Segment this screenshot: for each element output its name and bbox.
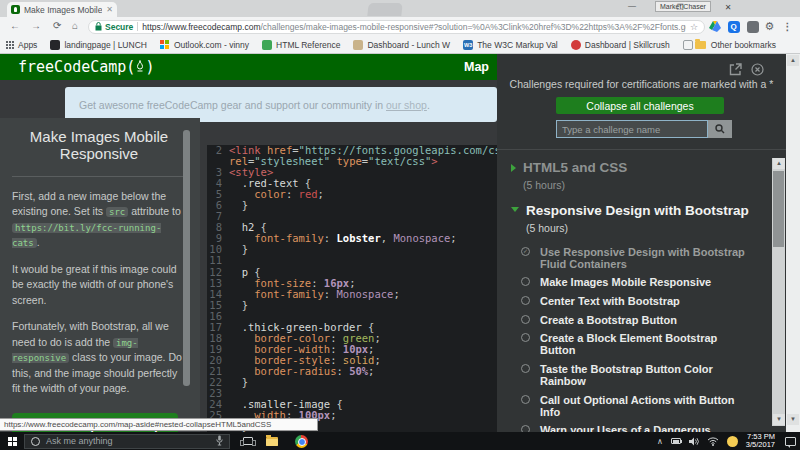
bookmark-label: The W3C Markup Val xyxy=(477,40,558,50)
w3c-badge-icon xyxy=(463,40,473,50)
code-text xyxy=(229,388,497,399)
challenge-section-header[interactable]: HTML5 and CSS(5 hours) xyxy=(511,160,786,191)
bookmark-label: HTML Reference xyxy=(276,40,340,50)
code-line[interactable]: 12 p { xyxy=(207,267,497,278)
bookmark-item[interactable]: Apps xyxy=(6,40,37,50)
code-line[interactable]: 15 } xyxy=(207,300,497,311)
incomplete-circle-icon xyxy=(521,296,530,305)
open-in-new-window-icon[interactable] xyxy=(729,62,742,80)
bookmark-star-icon[interactable]: ☆ xyxy=(690,22,698,32)
new-tab-button[interactable] xyxy=(367,3,402,16)
incomplete-circle-icon xyxy=(521,277,530,286)
challenge-item[interactable]: Create a Block Element Bootstrap Button xyxy=(521,332,786,356)
file-explorer-button[interactable] xyxy=(266,432,278,450)
challenge-section-header[interactable]: Responsive Design with Bootstrap(5 hours… xyxy=(511,203,786,234)
speaker-icon[interactable] xyxy=(689,432,699,450)
battery-icon[interactable] xyxy=(671,438,681,444)
bookmark-item[interactable]: Dashboard | Skillcrush xyxy=(571,40,670,50)
back-icon[interactable]: ← xyxy=(10,20,20,31)
fcc-logo[interactable]: freeCodeCamp( ) xyxy=(18,58,154,76)
collapse-all-button[interactable]: Collapse all challenges xyxy=(556,97,724,114)
chrome-taskbar-button[interactable] xyxy=(291,432,311,450)
window-close-button[interactable]: ✕ xyxy=(720,3,736,12)
cortana-search-box[interactable]: Ask me anything xyxy=(24,434,230,449)
challenge-search-input[interactable] xyxy=(556,120,708,138)
browser-toolbar: ← → ⟳ ⌂ Secure https://www.freecodecamp.… xyxy=(0,17,800,36)
challenge-list-scrollbar[interactable]: ▲ ▼ xyxy=(772,158,785,426)
bookmark-item[interactable]: Dashboard - Lunch W xyxy=(353,40,450,50)
bookmark-item[interactable]: Download Book Sum xyxy=(683,40,695,50)
bookmark-item[interactable]: Outlook.com - vinny xyxy=(160,40,249,50)
instructions-scrollbar[interactable] xyxy=(183,130,190,386)
map-nav-button[interactable]: Map xyxy=(464,60,489,74)
challenge-item[interactable]: Call out Optional Actions with Button In… xyxy=(521,394,786,418)
evernote-extension-icon[interactable] xyxy=(745,19,760,34)
code-line[interactable]: 22 } xyxy=(207,377,497,388)
action-center-icon[interactable] xyxy=(785,437,796,446)
tray-expand-icon[interactable]: ∧ xyxy=(657,437,663,446)
challenge-item[interactable]: ✓Use Responsive Design with Bootstrap Fl… xyxy=(521,246,786,270)
code-line[interactable]: 10 } xyxy=(207,244,497,255)
scrollbar-thumb[interactable] xyxy=(773,171,784,247)
home-icon[interactable]: ⌂ xyxy=(72,20,78,31)
code-line[interactable]: rel="stylesheet" type="text/css"> xyxy=(207,156,497,167)
challenge-item[interactable]: Taste the Bootstrap Button Color Rainbow xyxy=(521,363,786,387)
forward-icon[interactable]: → xyxy=(31,20,41,31)
code-line[interactable]: 18 border-color: green; xyxy=(207,333,497,344)
code-line[interactable]: 6 } xyxy=(207,200,497,211)
instructions-paragraph-2: It would be great if this image could be… xyxy=(12,262,186,309)
browser-menu-icon[interactable]: ⋮ xyxy=(780,19,795,34)
code-line[interactable]: 23 xyxy=(207,388,497,399)
google-drive-extension-icon[interactable] xyxy=(707,19,722,34)
code-line[interactable]: 17 .thick-green-border { xyxy=(207,322,497,333)
challenge-item[interactable]: Create a Bootstrap Button xyxy=(521,314,786,326)
code-line[interactable]: 14 font-family: Monospace; xyxy=(207,289,497,300)
code-line[interactable]: 13 font-size: 16px; xyxy=(207,278,497,289)
code-line[interactable]: 8 h2 { xyxy=(207,222,497,233)
browser-tab[interactable]: Make Images Mobile Re ✕ xyxy=(7,2,117,17)
window-minimize-button[interactable]: — xyxy=(624,1,640,10)
q-extension-icon[interactable]: Q xyxy=(726,19,741,34)
code-line[interactable]: 24 .smaller-image { xyxy=(207,399,497,410)
challenge-item[interactable]: Center Text with Bootstrap xyxy=(521,295,786,307)
code-line[interactable]: 11 xyxy=(207,255,497,266)
bookmark-item[interactable]: The W3C Markup Val xyxy=(463,40,558,50)
microphone-icon[interactable] xyxy=(216,432,223,450)
scroll-up-icon[interactable]: ▲ xyxy=(787,55,799,66)
section-caret-icon xyxy=(511,164,516,172)
address-bar[interactable]: Secure https://www.freecodecamp.com/chal… xyxy=(88,20,705,34)
weather-icon[interactable] xyxy=(727,436,738,447)
list-scroll-down-icon[interactable]: ▼ xyxy=(773,414,785,425)
code-line[interactable]: 5 color: red; xyxy=(207,189,497,200)
tab-close-icon[interactable]: ✕ xyxy=(106,5,113,14)
code-line[interactable]: 2<link href="https://fonts.googleapis.co… xyxy=(207,145,497,156)
wifi-icon[interactable] xyxy=(707,432,719,450)
code-line[interactable]: 9 font-family: Lobster, Monospace; xyxy=(207,233,497,244)
close-panel-icon[interactable] xyxy=(751,62,764,80)
code-line[interactable]: 3<style> xyxy=(207,167,497,178)
page-scrollbar[interactable]: ▲ ▼ xyxy=(786,54,800,432)
code-line[interactable]: 16 xyxy=(207,311,497,322)
code-line[interactable]: 7 xyxy=(207,211,497,222)
task-view-button[interactable] xyxy=(243,432,253,450)
start-button[interactable] xyxy=(0,432,24,450)
search-button[interactable] xyxy=(708,120,732,138)
code-line[interactable]: 4 .red-text { xyxy=(207,178,497,189)
code-line[interactable]: 20 border-style: solid; xyxy=(207,355,497,366)
window-maximize-button[interactable]: ❐ xyxy=(672,3,688,12)
challenge-item[interactable]: Make Images Mobile Responsive xyxy=(521,276,786,288)
line-number: 12 xyxy=(207,267,229,278)
scroll-down-icon[interactable]: ▼ xyxy=(787,414,799,425)
code-line[interactable]: 19 border-width: 10px; xyxy=(207,344,497,355)
reload-icon[interactable]: ⟳ xyxy=(53,20,61,31)
clock[interactable]: 7:53 PM 3/5/2017 xyxy=(746,433,775,450)
other-bookmarks-button[interactable]: Other bookmarks xyxy=(695,40,794,50)
gear-icon[interactable]: ⚙ xyxy=(762,19,777,34)
bookmark-item[interactable]: landingpage | LUNCH xyxy=(50,40,147,50)
challenge-item[interactable]: Warn your Users of a Dangerous Action xyxy=(521,424,786,432)
code-editor[interactable]: 2<link href="https://fonts.googleapis.co… xyxy=(207,145,497,432)
bookmark-item[interactable]: HTML Reference xyxy=(262,40,340,50)
our-shop-link[interactable]: our shop xyxy=(386,99,427,111)
list-scroll-up-icon[interactable]: ▲ xyxy=(773,158,785,169)
code-line[interactable]: 21 border-radius: 50%; xyxy=(207,366,497,377)
